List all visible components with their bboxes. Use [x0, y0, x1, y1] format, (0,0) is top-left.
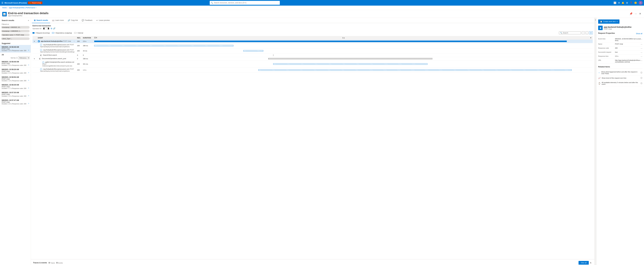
close-button[interactable]: ✕: [638, 12, 642, 16]
result-item-5[interactable]: 9/8/2023, 10:57:47 AM POST /chat Duratio…: [0, 98, 31, 106]
copy-link-tab-icon: 🔗: [68, 19, 70, 21]
table-row[interactable]: ○ cog-fmdsqhcjtm4hw.openai.azure.com POS…: [32, 43, 593, 48]
page-icon: 📊: [2, 12, 7, 16]
collapse-traces-button[interactable]: ∧: [589, 261, 592, 265]
filter-tag-0[interactable]: timestamp > 9/8/2023, 10...: [1, 26, 30, 28]
search-icon: 🔍: [211, 2, 213, 4]
link-op-icon[interactable]: 🔗: [53, 27, 55, 30]
table-row[interactable]: ○ cog-fmdsqhcjtm4hw.openai.azure.com POS…: [32, 48, 593, 53]
global-search-bar[interactable]: 🔍: [210, 1, 280, 5]
legend-request: = Request (incoming): [32, 32, 50, 34]
show-all-link[interactable]: Show all: [636, 33, 642, 35]
result-item-3[interactable]: 9/8/2023, 10:58:39 AM POST /chat Duratio…: [0, 83, 31, 90]
related-item-0[interactable]: ↔ Show what happened before and after th…: [598, 70, 642, 76]
th-res: RES.: [76, 36, 82, 40]
arrow-icon: ›: [28, 71, 29, 74]
related-item-1[interactable]: 📈 Show trend of this request over time ⓘ: [598, 76, 642, 80]
table-row[interactable]: ▼ ◧ DocumentsOperations.search_post 0 33…: [32, 57, 593, 60]
table-row[interactable]: ○ cog-fmdsqhcjtm4hw.openai.azure.com POS…: [32, 67, 593, 72]
expand-icon[interactable]: ▼: [34, 58, 35, 59]
prop-more-button[interactable]: ···: [641, 55, 642, 57]
table-row[interactable]: ○ gptkb-fmdsqhcjtm4hw.search.windows.net…: [32, 60, 593, 67]
feedback-nav-icon[interactable]: 😊: [634, 1, 637, 4]
copy-op-icon[interactable]: ⧉: [51, 27, 52, 30]
tab-search-results[interactable]: ⊞ Search results: [32, 18, 50, 23]
filter-tag-2[interactable]: Operation name == POST /chat: [1, 34, 30, 36]
prop-response-code: Response code 200 ···: [598, 46, 642, 50]
prop-response-time: Response time 2.0 s ···: [598, 54, 642, 58]
hamburger-icon[interactable]: ☰: [2, 1, 3, 4]
info-icon-1[interactable]: ⓘ: [640, 77, 642, 79]
legend-req-box: [32, 32, 34, 34]
breadcrumb-resource[interactable]: appi-fmdsqhcjtm4hw | Performance: [9, 7, 36, 9]
filter-label: Filtered on: [1, 23, 30, 25]
info-icon-2[interactable]: ⓘ: [640, 82, 642, 85]
tab-feedback[interactable]: 💬 Feedback: [80, 18, 94, 23]
duration-bar: [94, 40, 592, 42]
table-row[interactable]: ◧ SearchClient.search 0 0: [32, 53, 593, 57]
tab-leave-preview[interactable]: ↩ Leave preview: [94, 18, 112, 23]
row-more-button[interactable]: ···: [74, 40, 75, 42]
dep-row-icon: ○: [40, 44, 42, 46]
filter-funnel-button[interactable]: ⊟: [589, 31, 593, 34]
tab-learn-more[interactable]: 📖 Learn more: [50, 18, 66, 23]
more-button[interactable]: ···: [634, 12, 638, 16]
bell-icon[interactable]: 🔔: [622, 1, 624, 4]
result-item-4[interactable]: 9/8/2023, 10:57:35 AM POST /chat Duratio…: [0, 90, 31, 98]
filter-tag-1[interactable]: timestamp < 10/8/2023, 1...: [1, 30, 30, 32]
transaction-header: End-to-end transaction: [32, 25, 593, 27]
prop-event-time: Event time 9/8/2023, 10:58:48.538914 am …: [598, 37, 642, 42]
table-row[interactable]: ▼ ▣ app-backend-fmdsqhcjtm4hw POST /chat…: [32, 40, 593, 43]
sort-select[interactable]: Relevance: [18, 57, 30, 59]
duration-bar: [94, 54, 592, 56]
feedback-tab-icon: 💬: [82, 19, 84, 21]
prop-more-button[interactable]: ···: [641, 43, 642, 45]
prop-more-button[interactable]: ···: [641, 47, 642, 49]
arrow-icon: ›: [28, 102, 29, 105]
sidebar-collapse-button[interactable]: «: [28, 19, 29, 21]
top-nav: ☰ Microsoft Azure (Preview) 🐛 Report a b…: [0, 0, 644, 5]
filter-icon[interactable]: ▼: [590, 37, 592, 39]
view-all-button[interactable]: View all: [578, 261, 589, 265]
main-layout: Search results « Filtered on timestamp >…: [0, 18, 644, 265]
event-search-input[interactable]: [563, 32, 580, 34]
info-icon-0[interactable]: ⓘ: [640, 71, 642, 74]
prop-more-button[interactable]: ···: [641, 59, 642, 62]
report-bug-button[interactable]: 🐛 Report a bug: [28, 1, 42, 4]
legend-dep-box: [52, 32, 54, 34]
tab-copy-link[interactable]: 🔗 Copy link: [66, 18, 80, 23]
app-subtitle: POST /chat: [604, 28, 632, 30]
right-panel-toggle[interactable]: »: [594, 18, 596, 265]
traces-count: 0 Traces 0 Events: [49, 262, 63, 264]
request-properties-title: Request Properties: [598, 32, 615, 35]
filter-down-button[interactable]: ↓: [586, 31, 588, 34]
global-search-input[interactable]: [214, 2, 279, 4]
avatar-group: A: [639, 1, 642, 5]
prop-more-button[interactable]: ···: [641, 51, 642, 53]
pin-button[interactable]: 📌: [629, 12, 633, 16]
arrow-icon: ›: [28, 64, 29, 66]
settings-icon[interactable]: ⚙: [626, 1, 628, 4]
result-item-2[interactable]: 9/8/2023, 10:58:56 AM POST /chat Duratio…: [0, 75, 31, 83]
legend-int-box: [74, 32, 76, 34]
prop-more-button[interactable]: ···: [641, 38, 642, 40]
result-item-1[interactable]: 9/8/2023, 10:58:28 AM POST /chat Duratio…: [0, 67, 31, 75]
learn-more-tab-icon: 📖: [52, 19, 54, 21]
expand-icon[interactable]: ▼: [34, 41, 35, 42]
cloud-shell-icon[interactable]: ⬜: [614, 1, 616, 4]
legend-dependency: = Dependency (outgoing): [52, 32, 72, 34]
trend-icon: 📈: [598, 77, 600, 79]
search-results-tab-icon: ⊞: [34, 19, 36, 21]
filter-up-button[interactable]: ↑: [582, 31, 585, 34]
breadcrumb-home[interactable]: Home: [2, 7, 7, 9]
related-item-2[interactable]: ⌚ All available telemetry 5 minutes befo…: [598, 80, 642, 86]
avatar[interactable]: A: [639, 1, 642, 5]
event-search-box[interactable]: 🔍: [559, 31, 581, 34]
create-work-item-button[interactable]: 📋 Create work item ▾: [598, 19, 620, 24]
help-icon[interactable]: ❓: [630, 1, 632, 4]
filter-tag-3[interactable]: client_Type !...: [1, 37, 30, 40]
result-item-suggested[interactable]: 9/8/2023, 10:58:48 AM POST /chat Duratio…: [0, 45, 31, 53]
related-items-title: Related Items: [598, 66, 642, 69]
result-item-0[interactable]: 9/8/2023, 10:58:48 AM POST /chat Duratio…: [0, 60, 31, 67]
upload-icon[interactable]: ⬆: [618, 1, 620, 4]
